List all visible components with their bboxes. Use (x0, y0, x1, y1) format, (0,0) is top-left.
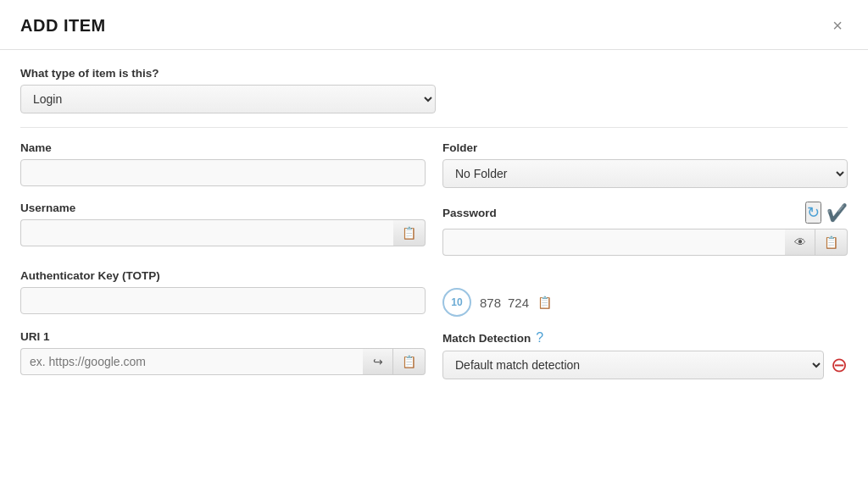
match-detection-header: Match Detection ? (442, 330, 848, 346)
password-label: Password (442, 207, 497, 219)
divider-1 (20, 127, 848, 128)
name-folder-row: Name Folder No Folder Work Personal (20, 141, 848, 202)
remove-icon: ⊖ (831, 353, 848, 377)
uri-match-row: URI 1 ↪ 📋 Match Detection ? (20, 330, 848, 393)
copy-icon: 📋 (402, 226, 416, 240)
modal-title: ADD ITEM (20, 16, 106, 36)
item-type-select[interactable]: Login Secure Note Card Identity (20, 85, 436, 113)
uri-group: URI 1 ↪ 📋 (20, 330, 426, 379)
match-detection-row: Default match detection Base domain Host… (442, 351, 848, 379)
totp-code2: 724 (508, 296, 529, 310)
item-type-label: What type of item is this? (20, 67, 436, 80)
uri-label: URI 1 (20, 330, 426, 343)
match-detection-group: Match Detection ? Default match detectio… (442, 330, 848, 379)
copy-icon-pass: 📋 (824, 235, 838, 249)
totp-row: Authenticator Key (TOTP) 10 878 724 📋 (20, 269, 848, 330)
uri-input-group: ↪ 📋 (20, 348, 426, 375)
username-label: Username (20, 202, 426, 214)
name-group: Name (20, 141, 426, 188)
password-label-row: Password ↻ ✔️ (442, 202, 848, 229)
uri-launch-button[interactable]: ↪ (363, 348, 393, 375)
password-input-group: 👁 📋 (442, 229, 848, 256)
username-input[interactable] (20, 219, 393, 246)
totp-input[interactable] (20, 287, 426, 314)
eye-icon: 👁 (794, 235, 806, 249)
totp-codes-row: 10 878 724 📋 (442, 288, 554, 317)
totp-group: Authenticator Key (TOTP) (20, 269, 426, 317)
totp-code1: 878 (480, 296, 501, 310)
arrow-icon: ↪ (373, 355, 383, 368)
username-input-group: 📋 (20, 219, 426, 246)
totp-counter: 10 (442, 288, 471, 317)
password-copy-button[interactable]: 📋 (815, 229, 848, 256)
totp-codes: 878 724 📋 (480, 294, 554, 311)
modal-header: ADD ITEM × (0, 0, 868, 50)
close-button[interactable]: × (827, 15, 848, 36)
folder-label: Folder (442, 141, 848, 154)
uri-input[interactable] (20, 348, 363, 375)
folder-select[interactable]: No Folder Work Personal (442, 159, 848, 188)
match-detection-select[interactable]: Default match detection Base domain Host… (442, 351, 824, 379)
remove-uri-button[interactable]: ⊖ (831, 353, 848, 377)
username-password-row: Username 📋 Password ↻ ✔️ (20, 202, 848, 269)
password-check-button[interactable]: ✔️ (826, 202, 848, 224)
password-input[interactable] (442, 229, 785, 256)
copy-icon-uri: 📋 (402, 355, 416, 368)
password-group: Password ↻ ✔️ 👁 📋 (442, 202, 848, 256)
username-group: Username 📋 (20, 202, 426, 256)
password-action-icons: ↻ ✔️ (805, 202, 848, 224)
uri-copy-button[interactable]: 📋 (393, 348, 426, 375)
password-show-button[interactable]: 👁 (785, 229, 815, 256)
username-copy-button[interactable]: 📋 (393, 219, 426, 246)
item-type-group: What type of item is this? Login Secure … (20, 67, 436, 113)
totp-display-group: 10 878 724 📋 (442, 269, 848, 317)
password-generate-button[interactable]: ↻ (805, 202, 821, 224)
modal-body: What type of item is this? Login Secure … (0, 50, 868, 413)
match-detection-label: Match Detection (442, 332, 531, 345)
add-item-modal: ADD ITEM × What type of item is this? Lo… (0, 0, 868, 492)
name-label: Name (20, 141, 426, 154)
totp-copy-button[interactable]: 📋 (536, 294, 554, 311)
folder-group: Folder No Folder Work Personal (442, 141, 848, 188)
info-icon[interactable]: ? (536, 330, 543, 346)
totp-label: Authenticator Key (TOTP) (20, 269, 426, 282)
name-input[interactable] (20, 159, 426, 186)
